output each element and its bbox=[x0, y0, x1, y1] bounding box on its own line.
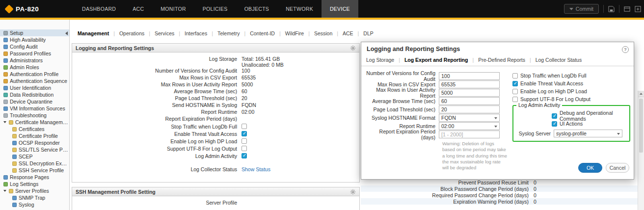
utf8-output-checkbox[interactable] bbox=[512, 97, 518, 102]
scroll-up-arrow-icon[interactable] bbox=[638, 91, 644, 97]
select-value: 02:00 bbox=[441, 123, 454, 129]
high-dp-load-checkbox[interactable] bbox=[512, 89, 518, 94]
setting-label: Required Password Change Period (days) bbox=[361, 192, 534, 198]
save-icon[interactable] bbox=[608, 6, 615, 12]
tab-telemetry[interactable]: Telemetry bbox=[213, 30, 244, 36]
brand: PA-820 bbox=[0, 0, 74, 18]
sidebar-item-data-redistribution[interactable]: Data Redistribution bbox=[0, 91, 69, 98]
setting-label: Average Browse Time (sec) bbox=[72, 88, 242, 94]
tab-content-id[interactable]: Content-ID bbox=[245, 30, 279, 36]
sidebar-item-high-availability[interactable]: High Availability bbox=[0, 36, 69, 43]
high-dp-load-checkbox[interactable] bbox=[242, 138, 247, 144]
tab-log-export-and-reporting[interactable]: Log Export and Reporting bbox=[400, 57, 473, 63]
utf8-output-checkbox[interactable] bbox=[242, 146, 247, 151]
nav-objects[interactable]: OBJECTS bbox=[236, 0, 278, 18]
tab-services[interactable]: Services bbox=[150, 30, 179, 36]
sidebar-item-vm-information-sources[interactable]: VM Information Sources bbox=[0, 105, 69, 112]
sidebar-item-device-quarantine[interactable]: Device Quarantine bbox=[0, 98, 69, 105]
sidebar-item-ocsp-responder[interactable]: OCSP Responder bbox=[0, 139, 69, 146]
threat-vault-checkbox[interactable] bbox=[242, 131, 247, 136]
show-status-link[interactable]: Show Status bbox=[242, 166, 270, 172]
sidebar-item-ssl-tls-service-profile[interactable]: SSL/TLS Service Profile bbox=[0, 146, 69, 153]
tab-dlp[interactable]: DLP bbox=[359, 30, 377, 36]
field-label: Number of Versions for Config Audit bbox=[366, 70, 439, 82]
sidebar-item-ssl-decryption-exclusion[interactable]: SSL Decryption Exclusion bbox=[0, 160, 69, 167]
nav-monitor[interactable]: MONITOR bbox=[152, 0, 194, 18]
nav-acc[interactable]: ACC bbox=[124, 0, 152, 18]
cancel-button[interactable]: Cancel bbox=[606, 163, 629, 173]
sidebar-item-config-audit[interactable]: Config Audit bbox=[0, 43, 69, 50]
tasks-icon[interactable] bbox=[624, 6, 630, 12]
syslog-hostname-format-select[interactable]: FQDN bbox=[439, 114, 500, 122]
setting-label: Server Profile bbox=[72, 200, 242, 206]
chevron-down-icon bbox=[494, 117, 497, 119]
user-session-icon[interactable] bbox=[635, 6, 641, 12]
ok-button[interactable]: OK bbox=[578, 163, 602, 173]
page-load-threshold-input[interactable] bbox=[439, 105, 500, 113]
gear-icon bbox=[3, 31, 8, 35]
report-expiration-input[interactable] bbox=[439, 131, 500, 138]
log-storage-total: Total: 165.41 GB bbox=[242, 56, 284, 62]
tab-ace[interactable]: ACE bbox=[338, 30, 358, 36]
max-rows-activity-input[interactable] bbox=[439, 89, 500, 97]
stop-traffic-checkbox[interactable] bbox=[242, 124, 247, 129]
sidebar-item-log-settings[interactable]: Log Settings bbox=[0, 181, 69, 187]
sidebar-item-server-profiles[interactable]: Server Profiles bbox=[0, 187, 69, 194]
syslog-server-select[interactable]: syslog-profile bbox=[554, 130, 622, 137]
sidebar-item-certificates[interactable]: Certificates bbox=[0, 126, 69, 132]
sidebar-item-setup[interactable]: Setup bbox=[0, 29, 69, 36]
topbar-actions: Commit bbox=[564, 0, 644, 18]
sidebar-item-admin-roles[interactable]: Admin Roles bbox=[0, 64, 69, 71]
chevron-down-icon[interactable] bbox=[3, 190, 6, 192]
sidebar-item-administrators[interactable]: Administrators bbox=[0, 57, 69, 64]
threat-vault-checkbox[interactable] bbox=[512, 81, 518, 86]
ui-actions-checkbox[interactable] bbox=[552, 121, 557, 127]
sidebar-item-certificate-management[interactable]: Certificate Management bbox=[0, 119, 69, 126]
logging-reporting-settings-dialog: Logging and Reporting Settings Log Stora… bbox=[361, 42, 634, 180]
form-row: Page Load Threshold (sec) bbox=[366, 105, 510, 113]
nav-network[interactable]: NETWORK bbox=[277, 0, 322, 18]
tab-interfaces[interactable]: Interfaces bbox=[180, 30, 212, 36]
stop-traffic-checkbox[interactable] bbox=[512, 73, 518, 79]
log-admin-activity-checkbox[interactable] bbox=[242, 153, 247, 158]
sidebar-item-scep[interactable]: SCEP bbox=[0, 153, 69, 160]
tab-operations[interactable]: Operations bbox=[115, 30, 149, 36]
auth-sequence-icon bbox=[3, 79, 8, 83]
commit-button[interactable]: Commit bbox=[564, 4, 599, 14]
edit-settings-gear-icon[interactable] bbox=[350, 45, 356, 51]
sidebar-item-ssh-service-profile[interactable]: SSH Service Profile bbox=[0, 167, 69, 174]
sidebar-item-authentication-profile[interactable]: Authentication Profile bbox=[0, 71, 69, 78]
vertical-scrollbar[interactable] bbox=[638, 91, 644, 210]
scrollbar-thumb[interactable] bbox=[639, 99, 643, 153]
report-runtime-select[interactable]: 02:00 bbox=[439, 122, 500, 130]
divider bbox=[619, 5, 619, 13]
config-audit-versions-input[interactable] bbox=[439, 72, 500, 80]
debug-operational-commands-checkbox[interactable] bbox=[552, 113, 557, 119]
sidebar-item-label: Admin Roles bbox=[10, 64, 39, 70]
sidebar-item-syslog[interactable]: Syslog bbox=[0, 201, 69, 208]
tab-log-collector-status[interactable]: Log Collector Status bbox=[531, 57, 587, 63]
chevron-down-icon[interactable] bbox=[3, 121, 6, 123]
checkbox-label: Support UTF-8 For Log Output bbox=[520, 96, 590, 102]
sidebar-item-user-identification[interactable]: User Identification bbox=[0, 84, 69, 91]
sidebar-item-response-pages[interactable]: Response Pages bbox=[0, 174, 69, 181]
max-rows-csv-input[interactable] bbox=[439, 80, 500, 88]
sidebar-item-label: Authentication Sequence bbox=[10, 78, 67, 84]
tab-pre-defined-reports[interactable]: Pre-Defined Reports bbox=[474, 57, 530, 63]
sidebar-item-authentication-sequence[interactable]: Authentication Sequence bbox=[0, 78, 69, 84]
tab-management[interactable]: Management bbox=[73, 30, 113, 36]
sidebar-collapse-icon[interactable] bbox=[65, 31, 68, 35]
nav-device[interactable]: DEVICE bbox=[322, 0, 358, 18]
edit-settings-gear-icon[interactable] bbox=[350, 189, 356, 195]
sidebar-item-troubleshooting[interactable]: Troubleshooting bbox=[0, 112, 69, 119]
help-icon[interactable] bbox=[622, 46, 629, 53]
average-browse-time-input[interactable] bbox=[439, 97, 500, 105]
sidebar-item-password-profiles[interactable]: Password Profiles bbox=[0, 50, 69, 57]
tab-log-storage[interactable]: Log Storage bbox=[366, 57, 399, 63]
nav-policies[interactable]: POLICIES bbox=[194, 0, 236, 18]
tab-wildfire[interactable]: WildFire bbox=[281, 30, 309, 36]
sidebar-item-certificate-profile[interactable]: Certificate Profile bbox=[0, 132, 69, 139]
sidebar-item-snmp-trap[interactable]: SNMP Trap bbox=[0, 194, 69, 201]
tab-session[interactable]: Session bbox=[310, 30, 337, 36]
nav-dashboard[interactable]: DASHBOARD bbox=[74, 0, 124, 18]
